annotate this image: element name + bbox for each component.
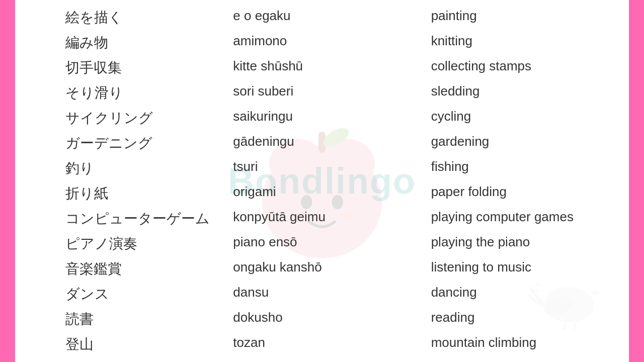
japanese-cell: ダンス: [25, 285, 223, 304]
romaji-cell: tsuri: [223, 159, 421, 178]
romaji-cell: piano ensō: [223, 234, 421, 253]
table-row: ガーデニングgādeningugardening: [25, 131, 619, 156]
table-row: 絵を描くe o egakupainting: [25, 5, 619, 30]
table-row: 登山tozanmountain climbing: [25, 332, 619, 357]
japanese-cell: 釣り: [25, 159, 223, 178]
romaji-cell: origami: [223, 184, 421, 203]
english-cell: collecting stamps: [421, 58, 619, 77]
romaji-cell: sori suberi: [223, 83, 421, 103]
table-row: サイクリングsaikuringucycling: [25, 106, 619, 131]
english-cell: gardening: [421, 134, 619, 153]
english-cell: cycling: [421, 109, 619, 128]
japanese-cell: 折り紙: [25, 184, 223, 203]
japanese-cell: ガーデニング: [25, 134, 223, 153]
table-row: 読書dokushoreading: [25, 307, 619, 332]
english-cell: painting: [421, 8, 619, 27]
table-row: コンピューターゲームkonpyūtā geimuplaying computer…: [25, 206, 619, 231]
japanese-cell: 切手収集: [25, 58, 223, 77]
romaji-cell: e o egaku: [223, 8, 421, 27]
table-row: 釣りtsurifishing: [25, 156, 619, 181]
vocab-table: 絵を描くe o egakupainting編み物amimonoknitting切…: [15, 0, 629, 362]
romaji-cell: dokusho: [223, 310, 421, 329]
english-cell: paper folding: [421, 184, 619, 203]
japanese-cell: サイクリング: [25, 109, 223, 128]
english-cell: playing computer games: [421, 209, 619, 228]
romaji-cell: saikuringu: [223, 109, 421, 128]
table-row: 映画鑑賞eiga kanshōwatching movies: [25, 357, 619, 362]
romaji-cell: kitte shūshū: [223, 58, 421, 77]
romaji-cell: eiga kanshō: [223, 360, 421, 362]
english-cell: playing the piano: [421, 234, 619, 253]
table-row: 編み物amimonoknitting: [25, 30, 619, 55]
english-cell: listening to music: [421, 259, 619, 279]
japanese-cell: 読書: [25, 310, 223, 329]
main-container: Bondlingo 絵を描くe o egakupainting編み物amimon…: [15, 0, 629, 362]
table-row: 折り紙origamipaper folding: [25, 181, 619, 206]
table-row: 音楽鑑賞ongaku kanshōlistening to music: [25, 256, 619, 282]
romaji-cell: dansu: [223, 285, 421, 304]
english-cell: watching movies: [421, 360, 619, 362]
table-row: ダンスdansudancing: [25, 282, 619, 307]
english-cell: dancing: [421, 285, 619, 304]
japanese-cell: そり滑り: [25, 83, 223, 103]
romaji-cell: amimono: [223, 33, 421, 52]
japanese-cell: 登山: [25, 335, 223, 354]
romaji-cell: konpyūtā geimu: [223, 209, 421, 228]
romaji-cell: ongaku kanshō: [223, 259, 421, 279]
english-cell: reading: [421, 310, 619, 329]
japanese-cell: ピアノ演奏: [25, 234, 223, 253]
table-row: 切手収集kitte shūshūcollecting stamps: [25, 55, 619, 80]
japanese-cell: 編み物: [25, 33, 223, 52]
english-cell: knitting: [421, 33, 619, 52]
english-cell: mountain climbing: [421, 335, 619, 354]
japanese-cell: 音楽鑑賞: [25, 259, 223, 279]
japanese-cell: 絵を描く: [25, 8, 223, 27]
english-cell: sledding: [421, 83, 619, 103]
english-cell: fishing: [421, 159, 619, 178]
japanese-cell: コンピューターゲーム: [25, 209, 223, 228]
table-row: ピアノ演奏piano ensōplaying the piano: [25, 231, 619, 256]
romaji-cell: gādeningu: [223, 134, 421, 153]
japanese-cell: 映画鑑賞: [25, 360, 223, 362]
romaji-cell: tozan: [223, 335, 421, 354]
table-row: そり滑りsori suberisledding: [25, 80, 619, 106]
